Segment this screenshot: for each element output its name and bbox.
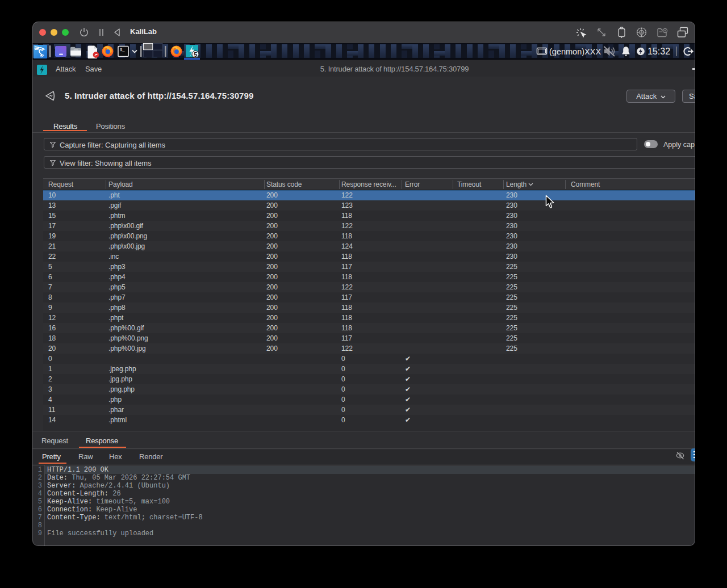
svg-text:(genmon)XXX: (genmon)XXX [549,47,601,56]
svg-text:15:32: 15:32 [647,47,670,56]
svg-text:5: 5 [194,51,197,58]
svg-text:$_: $_ [120,48,125,52]
